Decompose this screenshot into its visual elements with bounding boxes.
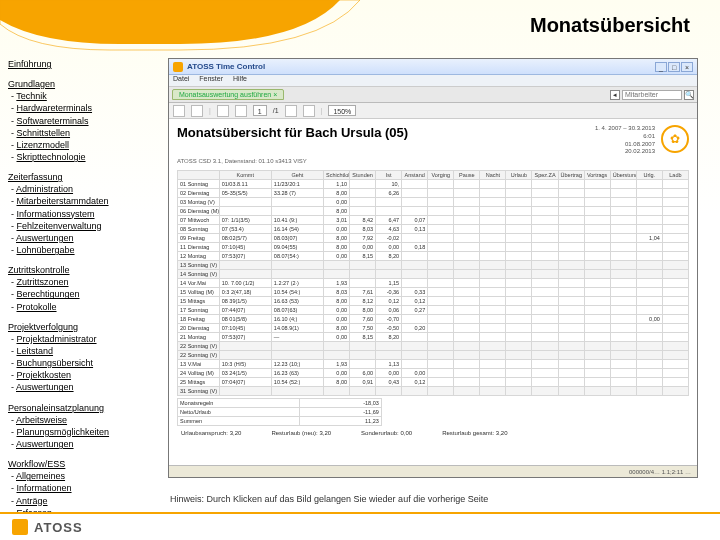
nav-item[interactable]: Informationssystem	[17, 209, 95, 219]
zoom-select[interactable]: 150%	[328, 105, 356, 116]
report-heading: Monatsübersicht für Bach Ursula (05)	[177, 125, 595, 140]
nav-item[interactable]: Lohnübergabe	[17, 245, 75, 255]
page-last-icon[interactable]	[303, 105, 315, 117]
minimize-button[interactable]: _	[655, 62, 667, 72]
nav-section[interactable]: Grundlagen	[8, 78, 158, 90]
window-controls[interactable]: _□×	[654, 62, 693, 72]
search-icon[interactable]: 🔍	[684, 90, 694, 100]
company-logo-icon: ✿	[661, 125, 689, 153]
nav-item[interactable]: Leitstand	[17, 346, 54, 356]
footer: ATOSS	[0, 512, 720, 540]
nav-item[interactable]: Skripttechnologie	[17, 152, 86, 162]
nav-item[interactable]: Administration	[16, 184, 73, 194]
nav-item[interactable]: Fehlzeitenverwaltung	[17, 221, 102, 231]
hint-text: Hinweis: Durch Klicken auf das Bild gela…	[170, 494, 488, 504]
left-nav: EinführungGrundlagen- Technik- Hardwaret…	[8, 58, 158, 527]
tab-bar: Monatsauswertung ausführen × ◂ 🔍	[169, 87, 697, 103]
report-table: KommtGehtSchichtlohnStundenIstAnstandVor…	[177, 170, 689, 396]
report-meta: 1. 4. 2007 – 30.3.20136:0101.08.200720.0…	[595, 125, 655, 156]
menu-help[interactable]: Hilfe	[233, 75, 247, 82]
page-title: Monatsübersicht	[530, 14, 690, 37]
nav-item[interactable]: Softwareterminals	[17, 116, 89, 126]
menu-file[interactable]: Datei	[173, 75, 189, 82]
toolbar: | 1 /1 | 150%	[169, 103, 697, 119]
totals-table: Monatsregeln-18,03Netto/Urlaub-11,69Summ…	[177, 398, 382, 426]
status-bar: 000000/4… 1.1;2:11 …	[169, 465, 697, 477]
nav-item[interactable]: Projektkosten	[17, 370, 72, 380]
report-sub: ATOSS CSD 3.1, Datenstand: 01.10 s3413 V…	[177, 158, 689, 164]
nav-item[interactable]: Berechtigungen	[17, 289, 80, 299]
menu-window[interactable]: Fenster	[199, 75, 223, 82]
close-button[interactable]: ×	[681, 62, 693, 72]
tool-save-icon[interactable]	[173, 105, 185, 117]
nav-section[interactable]: Einführung	[8, 58, 158, 70]
nav-item[interactable]: Hardwareterminals	[17, 103, 93, 113]
nav-item[interactable]: Schnittstellen	[17, 128, 71, 138]
brand-text: ATOSS	[34, 520, 83, 535]
report-content: Monatsübersicht für Bach Ursula (05) 1. …	[169, 119, 697, 465]
nav-item[interactable]: Mitarbeiterstammdaten	[17, 196, 109, 206]
tab-report[interactable]: Monatsauswertung ausführen ×	[172, 89, 284, 100]
nav-item[interactable]: Zutrittszonen	[17, 277, 69, 287]
maximize-button[interactable]: □	[668, 62, 680, 72]
nav-item[interactable]: Planungsmöglichkeiten	[17, 427, 110, 437]
brand-icon	[12, 519, 28, 535]
search-input[interactable]	[622, 90, 682, 100]
nav-section[interactable]: Personaleinsatzplanung	[8, 402, 158, 414]
nav-item[interactable]: Informationen	[17, 483, 72, 493]
page-first-icon[interactable]	[217, 105, 229, 117]
menubar[interactable]: Datei Fenster Hilfe	[169, 75, 697, 87]
prev-icon[interactable]: ◂	[610, 90, 620, 100]
screenshot-app[interactable]: ATOSS Time Control _□× Datei Fenster Hil…	[168, 58, 698, 478]
window-titlebar: ATOSS Time Control _□×	[169, 59, 697, 75]
window-title: ATOSS Time Control	[187, 62, 654, 71]
nav-item[interactable]: Anträge	[16, 496, 48, 506]
app-icon	[173, 62, 183, 72]
nav-item[interactable]: Arbeitsweise	[16, 415, 67, 425]
page-of: /1	[273, 107, 279, 114]
nav-section[interactable]: Workflow/ESS	[8, 458, 158, 470]
bottom-summary: Urlaubsanspruch: 3,20Resturlaub (neu): 3…	[177, 430, 689, 436]
tool-print-icon[interactable]	[191, 105, 203, 117]
page-number[interactable]: 1	[253, 105, 267, 116]
nav-section[interactable]: Zeiterfassung	[8, 171, 158, 183]
nav-item[interactable]: Technik	[16, 91, 47, 101]
nav-item[interactable]: Allgemeines	[16, 471, 65, 481]
nav-item[interactable]: Auswertungen	[16, 439, 74, 449]
page-prev-icon[interactable]	[235, 105, 247, 117]
nav-item[interactable]: Protokolle	[17, 302, 57, 312]
nav-item[interactable]: Projektadministrator	[17, 334, 97, 344]
nav-item[interactable]: Buchungsübersicht	[17, 358, 94, 368]
nav-item[interactable]: Auswertungen	[16, 382, 74, 392]
nav-section[interactable]: Projektverfolgung	[8, 321, 158, 333]
nav-section[interactable]: Zutrittskontrolle	[8, 264, 158, 276]
nav-item[interactable]: Auswertungen	[16, 233, 74, 243]
page-next-icon[interactable]	[285, 105, 297, 117]
tab-close-icon[interactable]: ×	[273, 91, 277, 98]
nav-item[interactable]: Lizenzmodell	[17, 140, 70, 150]
